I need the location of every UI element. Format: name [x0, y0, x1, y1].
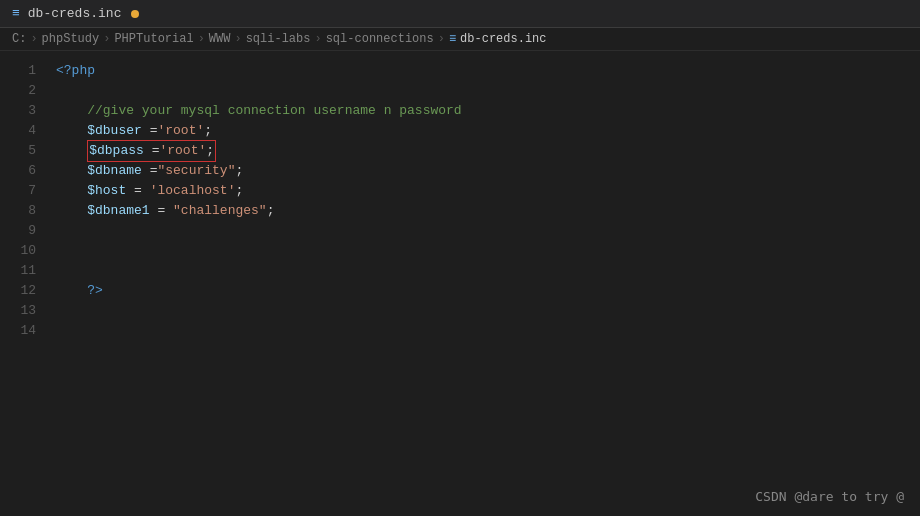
line-num-7: 7	[0, 181, 36, 201]
line-num-1: 1	[0, 61, 36, 81]
code-line-4: $dbuser ='root';	[56, 121, 920, 141]
breadcrumb-www: WWW	[209, 32, 231, 46]
line-numbers: 1 2 3 4 5 6 7 8 9 10 11 12 13 14	[0, 51, 48, 507]
line-num-5: 5	[0, 141, 36, 161]
breadcrumb-file-icon: ≡	[449, 32, 456, 46]
line-num-14: 14	[0, 321, 36, 341]
line-num-3: 3	[0, 101, 36, 121]
breadcrumb-sql-connections: sql-connections	[326, 32, 434, 46]
breadcrumb-c: C:	[12, 32, 26, 46]
sep6: ›	[438, 32, 445, 46]
code-line-2	[56, 81, 920, 101]
line-num-11: 11	[0, 261, 36, 281]
file-name: db-creds.inc	[28, 6, 122, 21]
line-num-12: 12	[0, 281, 36, 301]
code-line-9	[56, 221, 920, 241]
code-line-7: $host = 'localhost';	[56, 181, 920, 201]
line-num-13: 13	[0, 301, 36, 321]
watermark: CSDN @dare to try @	[755, 489, 904, 504]
breadcrumb-current-file: db-creds.inc	[460, 32, 546, 46]
line-num-8: 8	[0, 201, 36, 221]
code-line-6: $dbname ="security";	[56, 161, 920, 181]
line-num-10: 10	[0, 241, 36, 261]
code-line-3: //give your mysql connection username n …	[56, 101, 920, 121]
file-icon: ≡	[12, 6, 20, 21]
code-area[interactable]: <?php //give your mysql connection usern…	[48, 51, 920, 507]
breadcrumb-sqli-labs: sqli-labs	[246, 32, 311, 46]
sep5: ›	[314, 32, 321, 46]
line-num-9: 9	[0, 221, 36, 241]
code-line-12: ?>	[56, 281, 920, 301]
breadcrumb-phpstudy: phpStudy	[42, 32, 100, 46]
code-line-1: <?php	[56, 61, 920, 81]
editor-area: 1 2 3 4 5 6 7 8 9 10 11 12 13 14 <?php /…	[0, 51, 920, 507]
sep3: ›	[198, 32, 205, 46]
code-line-13	[56, 301, 920, 321]
code-line-10	[56, 241, 920, 261]
title-bar: ≡ db-creds.inc	[0, 0, 920, 28]
line-num-6: 6	[0, 161, 36, 181]
breadcrumb: C: › phpStudy › PHPTutorial › WWW › sqli…	[0, 28, 920, 51]
breadcrumb-phptutorial: PHPTutorial	[114, 32, 193, 46]
code-line-11	[56, 261, 920, 281]
line-num-4: 4	[0, 121, 36, 141]
modified-dot	[131, 10, 139, 18]
line-num-2: 2	[0, 81, 36, 101]
sep2: ›	[103, 32, 110, 46]
sep1: ›	[30, 32, 37, 46]
code-line-8: $dbname1 = "challenges";	[56, 201, 920, 221]
code-line-5: $dbpass ='root';	[56, 141, 920, 161]
code-line-14	[56, 321, 920, 341]
sep4: ›	[234, 32, 241, 46]
